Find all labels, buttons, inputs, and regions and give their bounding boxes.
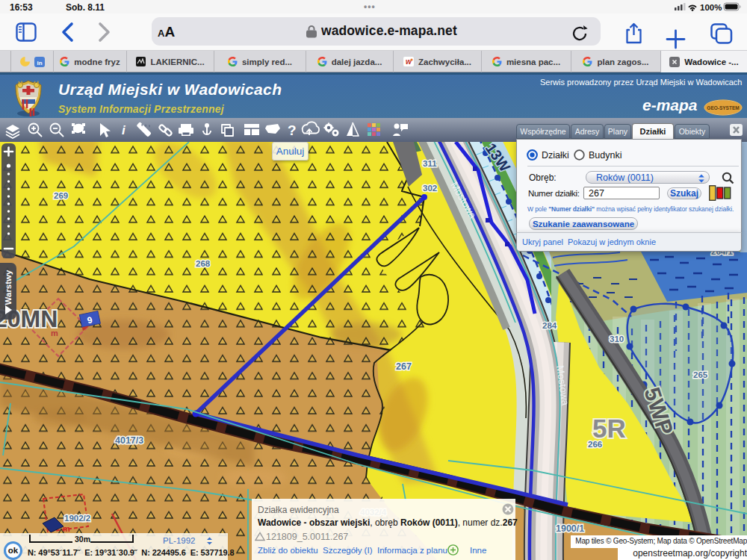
svg-text:GEO-SYSTEM: GEO-SYSTEM (707, 105, 739, 111)
svg-text:267: 267 (396, 361, 412, 372)
svg-text:5R: 5R (592, 414, 626, 443)
svg-text:1902/2: 1902/2 (64, 514, 90, 523)
svg-text:100%: 100% (700, 3, 722, 12)
svg-text:311: 311 (423, 159, 437, 168)
svg-text:4017/3: 4017/3 (115, 435, 143, 446)
svg-text:284: 284 (542, 321, 557, 330)
svg-text:310: 310 (610, 335, 624, 343)
svg-text:in: in (37, 59, 42, 66)
svg-text:302: 302 (423, 184, 437, 193)
svg-text:1900/1: 1900/1 (556, 523, 584, 534)
svg-text:?: ? (288, 122, 297, 138)
svg-text:269: 269 (54, 191, 68, 200)
svg-text:268: 268 (196, 259, 211, 268)
svg-text:265: 265 (693, 370, 708, 379)
svg-text:i: i (122, 123, 126, 137)
